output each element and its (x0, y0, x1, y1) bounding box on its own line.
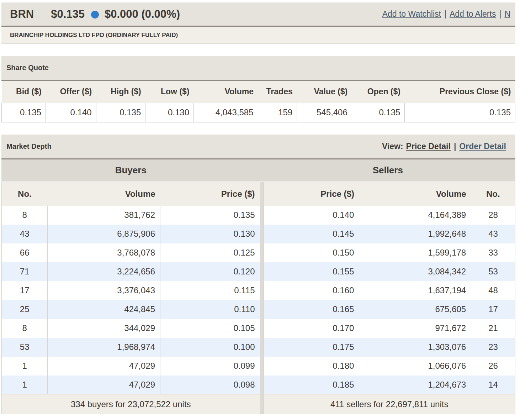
link-separator: | (496, 9, 504, 19)
table-row: 436,875,9060.130 (2, 225, 260, 243)
table-cell: 0.135 (2, 103, 46, 122)
market-depth-title: Market Depth (6, 142, 52, 151)
share-quote-title-bar: Share Quote (1, 56, 515, 81)
table-row: 0.1404,164,38928 (264, 206, 515, 225)
share-quote-section: Share Quote Bid ($)Offer ($)High ($)Low … (1, 56, 515, 122)
table-cell: 25 (2, 300, 48, 319)
table-cell: 971,672 (359, 319, 471, 338)
table-cell: 47,029 (48, 376, 160, 394)
table-cell: 47,029 (48, 357, 160, 376)
table-cell: 0.110 (160, 300, 260, 319)
table-cell: 14 (471, 376, 515, 394)
column-header: Volume (359, 182, 471, 206)
header-links: Add to Watchlist|Add to Alerts|N (382, 9, 510, 19)
table-row: 713,224,6560.120 (2, 262, 260, 281)
buyers-group-label: Buyers (1, 165, 260, 176)
table-cell: 71 (2, 262, 48, 281)
table-row: 147,0290.098 (2, 376, 260, 394)
table-cell: 0.145 (264, 225, 359, 243)
table-row: 173,376,0430.115 (2, 281, 260, 300)
table-cell: 545,406 (297, 103, 352, 122)
price-status-dot-icon (91, 11, 99, 19)
table-cell: 0.135 (352, 103, 405, 122)
table-row: 0.1501,599,17833 (264, 243, 515, 262)
table-cell: 0.125 (160, 243, 260, 262)
table-cell: 0.135 (405, 103, 515, 122)
company-name-bar: BRAINCHIP HOLDINGS LTD FPO (ORDINARY FUL… (1, 27, 515, 44)
share-quote-value-row: 0.1350.1400.1350.1304,043,585159545,4060… (2, 103, 515, 122)
table-cell: 0.170 (264, 319, 359, 338)
table-cell: 0.098 (160, 376, 260, 394)
table-cell: 3,768,078 (48, 243, 160, 262)
column-header: No. (2, 182, 48, 206)
buyers-footer-row: 334 buyers for 23,072,522 units (2, 394, 260, 414)
link-separator: | (441, 9, 450, 19)
table-row: 663,768,0780.125 (2, 243, 260, 262)
buyers-table-box: No.VolumePrice ($) 8381,7620.135436,875,… (1, 182, 260, 415)
add-to-watchlist-link[interactable]: Add to Watchlist (382, 9, 441, 19)
table-cell: 0.135 (160, 206, 260, 225)
column-header: Volume (194, 81, 258, 103)
table-cell: 1,637,194 (359, 281, 471, 300)
sellers-table: Price ($)VolumeNo. 0.1404,164,389280.145… (264, 182, 515, 415)
ticker-symbol: BRN (10, 8, 34, 21)
table-cell: 66 (2, 243, 48, 262)
company-name: BRAINCHIP HOLDINGS LTD FPO (ORDINARY FUL… (10, 32, 178, 39)
table-cell: 0.150 (264, 243, 359, 262)
view-switcher: View:Price Detail|Order Detail (382, 142, 506, 151)
table-cell: 8 (2, 319, 48, 338)
table-row: 0.1751,303,07623 (264, 338, 515, 357)
clipped-link[interactable]: N (504, 9, 510, 19)
sellers-summary: 411 sellers for 22,697,811 units (264, 394, 515, 414)
market-depth-section: Market Depth View:Price Detail|Order Det… (1, 135, 515, 415)
table-cell: 675,605 (359, 300, 471, 319)
column-header: Price ($) (264, 182, 359, 206)
column-header: Value ($) (297, 81, 352, 103)
table-cell: 1,204,673 (359, 376, 471, 394)
table-row: 0.1553,084,34253 (264, 262, 515, 281)
column-header: Previous Close ($) (405, 81, 515, 103)
table-cell: 0.160 (264, 281, 359, 300)
table-cell: 26 (471, 357, 515, 376)
table-cell: 1 (2, 357, 48, 376)
table-cell: 48 (471, 281, 515, 300)
table-row: 0.170971,67221 (264, 319, 515, 338)
column-header: High ($) (96, 81, 145, 103)
table-cell: 0.105 (160, 319, 260, 338)
table-row: 0.165675,60517 (264, 300, 515, 319)
view-price-detail-link[interactable]: Price Detail (406, 142, 451, 151)
table-cell: 344,029 (48, 319, 160, 338)
table-cell: 0.130 (160, 225, 260, 243)
table-cell: 53 (2, 338, 48, 357)
table-cell: 3,224,656 (48, 262, 160, 281)
table-cell: 0.115 (160, 281, 260, 300)
table-cell: 0.175 (264, 338, 359, 357)
table-row: 147,0290.099 (2, 357, 260, 376)
link-separator: | (451, 142, 459, 151)
price-change: $0.000 (0.00%) (105, 8, 180, 21)
security-header: BRN $0.135 $0.000 (0.00%) Add to Watchli… (1, 2, 515, 44)
table-cell: 1,066,076 (359, 357, 471, 376)
table-cell: 28 (471, 206, 515, 225)
table-cell: 0.099 (160, 357, 260, 376)
table-cell: 1,992,648 (359, 225, 471, 243)
table-cell: 4,043,585 (194, 103, 258, 122)
table-cell: 33 (471, 243, 515, 262)
table-row: 8344,0290.105 (2, 319, 260, 338)
table-row: 8381,7620.135 (2, 206, 260, 225)
table-cell: 1 (2, 376, 48, 394)
sellers-group-label: Sellers (260, 165, 515, 176)
add-to-alerts-link[interactable]: Add to Alerts (450, 9, 496, 19)
table-cell: 159 (258, 103, 297, 122)
table-cell: 0.120 (160, 262, 260, 281)
buyers-sellers-band: Buyers Sellers (1, 159, 515, 182)
table-cell: 3,376,043 (48, 281, 160, 300)
table-cell: 1,968,974 (48, 338, 160, 357)
table-cell: 4,164,389 (359, 206, 471, 225)
sellers-table-box: Price ($)VolumeNo. 0.1404,164,389280.145… (264, 182, 515, 415)
table-cell: 424,845 (48, 300, 160, 319)
buyers-summary: 334 buyers for 23,072,522 units (2, 394, 260, 414)
table-cell: 23 (471, 338, 515, 357)
table-cell: 1,599,178 (359, 243, 471, 262)
view-order-detail-link[interactable]: Order Detail (459, 142, 506, 151)
